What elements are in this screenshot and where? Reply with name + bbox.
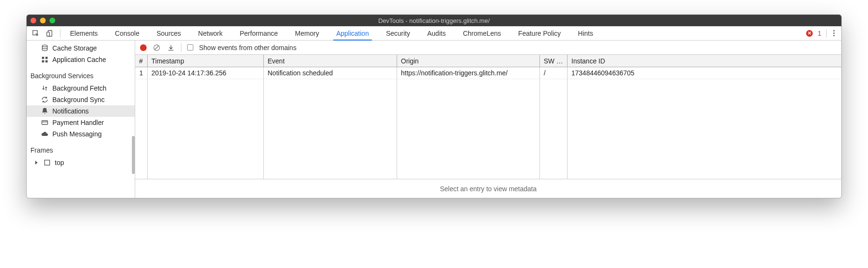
sidebar-item-label: top (55, 159, 64, 166)
grid-icon (41, 56, 49, 63)
events-toolbar: Show events from other domains (135, 41, 841, 55)
disclosure-icon[interactable] (35, 161, 38, 165)
sidebar-item-background-fetch[interactable]: Background Fetch (27, 82, 135, 94)
sidebar-scrollbar[interactable] (132, 136, 135, 174)
sidebar-item-label: Background Fetch (52, 84, 107, 92)
status-message: Select an entry to view metadata (440, 185, 537, 193)
column-instance[interactable]: Instance ID (568, 55, 841, 67)
inspect-icon[interactable] (31, 29, 40, 38)
table-body: 1 2019-10-24 14:17:36.256 Notification s… (135, 67, 841, 179)
svg-rect-8 (42, 121, 48, 124)
cell-event: Notification scheduled (264, 67, 397, 79)
window-maximize-button[interactable] (50, 18, 55, 23)
show-other-domains-checkbox[interactable] (187, 44, 193, 51)
cloud-icon (41, 130, 49, 138)
main-tabbar: ElementsConsoleSourcesNetworkPerformance… (27, 26, 841, 41)
sidebar-item-label: Notifications (52, 107, 89, 115)
sidebar-item-background-sync[interactable]: Background Sync (27, 94, 135, 105)
table-row[interactable]: 1 2019-10-24 14:17:36.256 Notification s… (135, 67, 841, 79)
sidebar-item-push-messaging[interactable]: Push Messaging (27, 128, 135, 140)
transfer-icon (41, 84, 49, 92)
show-other-domains-label: Show events from other domains (199, 44, 297, 52)
sidebar-heading: Frames (27, 144, 135, 157)
tab-audits[interactable]: Audits (427, 27, 446, 40)
divider (181, 43, 181, 52)
tab-elements[interactable]: Elements (70, 27, 98, 40)
device-mode-icon[interactable] (46, 29, 54, 38)
sidebar-item-notifications[interactable]: Notifications (27, 105, 135, 117)
tab-application[interactable]: Application (336, 27, 369, 40)
main-panel: Show events from other domains # Timesta… (135, 41, 841, 198)
card-icon (41, 119, 49, 126)
svg-rect-4 (42, 57, 44, 59)
sidebar-item-label: Payment Handler (52, 119, 104, 126)
menu-icon[interactable] (831, 28, 837, 38)
tab-memory[interactable]: Memory (295, 27, 319, 40)
divider (826, 29, 827, 38)
column-index[interactable]: # (135, 55, 148, 67)
frame-icon (43, 159, 51, 166)
tab-security[interactable]: Security (386, 27, 410, 40)
window-close-button[interactable] (30, 18, 36, 23)
svg-point-3 (42, 45, 48, 47)
sync-icon (41, 96, 49, 103)
column-timestamp[interactable]: Timestamp (148, 55, 264, 67)
record-button[interactable] (140, 44, 147, 51)
tab-console[interactable]: Console (115, 27, 139, 40)
titlebar: DevTools - notification-triggers.glitch.… (27, 15, 841, 26)
tab-sources[interactable]: Sources (157, 27, 181, 40)
window-title: DevTools - notification-triggers.glitch.… (27, 17, 841, 24)
svg-rect-10 (45, 160, 50, 165)
tab-network[interactable]: Network (198, 27, 222, 40)
column-origin[interactable]: Origin (397, 55, 540, 67)
svg-rect-7 (45, 60, 48, 62)
cell-timestamp: 2019-10-24 14:17:36.256 (148, 67, 264, 79)
column-sw[interactable]: SW … (540, 55, 568, 67)
cell-origin: https://notification-triggers.glitch.me/ (397, 67, 540, 79)
window-minimize-button[interactable] (40, 18, 46, 23)
svg-line-12 (154, 45, 159, 50)
cell-sw: / (540, 67, 568, 79)
sidebar-item-top[interactable]: top (27, 157, 135, 168)
svg-rect-6 (42, 60, 44, 62)
sidebar-item-cache-storage[interactable]: Cache Storage (27, 42, 135, 54)
error-count[interactable]: 1 (818, 30, 821, 37)
svg-rect-5 (45, 57, 48, 59)
sidebar-item-label: Application Cache (52, 56, 106, 63)
sidebar-item-label: Background Sync (52, 96, 105, 103)
download-icon[interactable] (167, 43, 175, 52)
sidebar-heading: Background Services (27, 69, 135, 82)
tab-performance[interactable]: Performance (239, 27, 278, 40)
devtools-window: DevTools - notification-triggers.glitch.… (26, 14, 842, 198)
svg-rect-2 (47, 32, 49, 36)
clear-icon[interactable] (152, 43, 161, 52)
sidebar-item-payment-handler[interactable]: Payment Handler (27, 117, 135, 128)
tab-chromelens[interactable]: ChromeLens (463, 27, 501, 40)
divider (60, 29, 60, 38)
tab-feature-policy[interactable]: Feature Policy (518, 27, 560, 40)
error-icon[interactable]: ✕ (806, 30, 813, 37)
column-event[interactable]: Event (264, 55, 397, 67)
sidebar: Cache StorageApplication CacheBackground… (27, 41, 135, 198)
sidebar-item-application-cache[interactable]: Application Cache (27, 54, 135, 65)
sidebar-item-label: Push Messaging (52, 130, 102, 138)
tab-hints[interactable]: Hints (578, 27, 593, 40)
database-icon (41, 44, 49, 52)
cell-index: 1 (135, 67, 148, 79)
sidebar-item-label: Cache Storage (52, 44, 97, 52)
bell-icon (41, 107, 49, 115)
cell-instance: 17348446094636705 (568, 67, 841, 79)
table-header: # Timestamp Event Origin SW … Instance I… (135, 55, 841, 67)
status-bar: Select an entry to view metadata (135, 179, 841, 198)
